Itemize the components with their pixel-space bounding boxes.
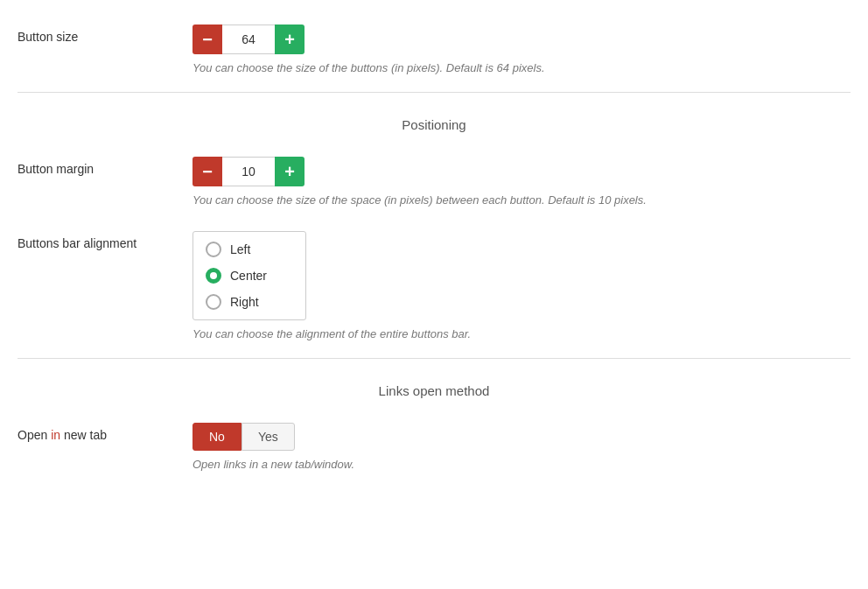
alignment-option-right[interactable]: Right <box>193 289 305 315</box>
alignment-option-right-label: Right <box>230 295 259 309</box>
alignment-label: Buttons bar alignment <box>18 231 192 250</box>
button-margin-row: Button margin − 10 + You can choose the … <box>18 141 850 215</box>
positioning-header: Positioning <box>18 102 850 141</box>
open-new-tab-label-highlight: in <box>51 428 60 442</box>
links-open-method-header: Links open method <box>18 368 850 407</box>
divider-2 <box>18 358 850 359</box>
button-margin-plus[interactable]: + <box>275 157 304 186</box>
alignment-option-left-label: Left <box>230 242 250 256</box>
alignment-label-text: Buttons bar alignment <box>18 236 136 250</box>
button-size-label-text: Button size <box>18 30 78 44</box>
settings-page: Button size − 64 + You can choose the si… <box>0 0 868 589</box>
button-size-value: 64 <box>222 25 275 54</box>
button-size-label: Button size <box>18 25 192 44</box>
alignment-radio-group: Left Center Right <box>192 231 306 320</box>
button-margin-stepper: − 10 + <box>192 157 850 186</box>
open-new-tab-label-suffix: new tab <box>60 428 107 442</box>
button-margin-label-text: Button margin <box>18 162 94 176</box>
alignment-radio-right-circle <box>206 294 221 310</box>
alignment-option-center-label: Center <box>230 269 267 283</box>
alignment-radio-center-circle <box>206 268 221 284</box>
open-new-tab-yes-button[interactable]: Yes <box>242 423 295 451</box>
button-size-stepper: − 64 + <box>192 25 850 54</box>
open-new-tab-control: No Yes Open links in a new tab/window. <box>192 423 850 471</box>
button-margin-control: − 10 + You can choose the size of the sp… <box>192 157 850 207</box>
alignment-option-center[interactable]: Center <box>193 263 305 289</box>
button-size-control: − 64 + You can choose the size of the bu… <box>192 25 850 74</box>
alignment-control: Left Center Right You can choose the ali… <box>192 231 850 340</box>
alignment-option-left[interactable]: Left <box>193 236 305 263</box>
alignment-hint: You can choose the alignment of the enti… <box>192 327 850 340</box>
button-margin-hint: You can choose the size of the space (in… <box>192 193 850 207</box>
open-new-tab-label: Open in new tab <box>18 423 192 442</box>
button-size-hint: You can choose the size of the buttons (… <box>192 61 850 74</box>
alignment-row: Buttons bar alignment Left Center Right <box>18 215 850 349</box>
open-new-tab-row: Open in new tab No Yes Open links in a n… <box>18 407 850 480</box>
button-size-row: Button size − 64 + You can choose the si… <box>18 9 850 83</box>
button-margin-label: Button margin <box>18 157 192 176</box>
alignment-radio-left-circle <box>206 242 221 257</box>
button-margin-minus[interactable]: − <box>192 157 222 186</box>
divider-1 <box>18 92 850 93</box>
open-new-tab-toggle-group: No Yes <box>192 423 850 451</box>
button-size-plus[interactable]: + <box>275 25 304 54</box>
open-new-tab-hint: Open links in a new tab/window. <box>192 458 850 471</box>
open-new-tab-no-button[interactable]: No <box>192 423 242 451</box>
button-size-minus[interactable]: − <box>192 25 222 54</box>
button-margin-value: 10 <box>222 157 275 186</box>
open-new-tab-label-prefix: Open <box>18 428 51 442</box>
